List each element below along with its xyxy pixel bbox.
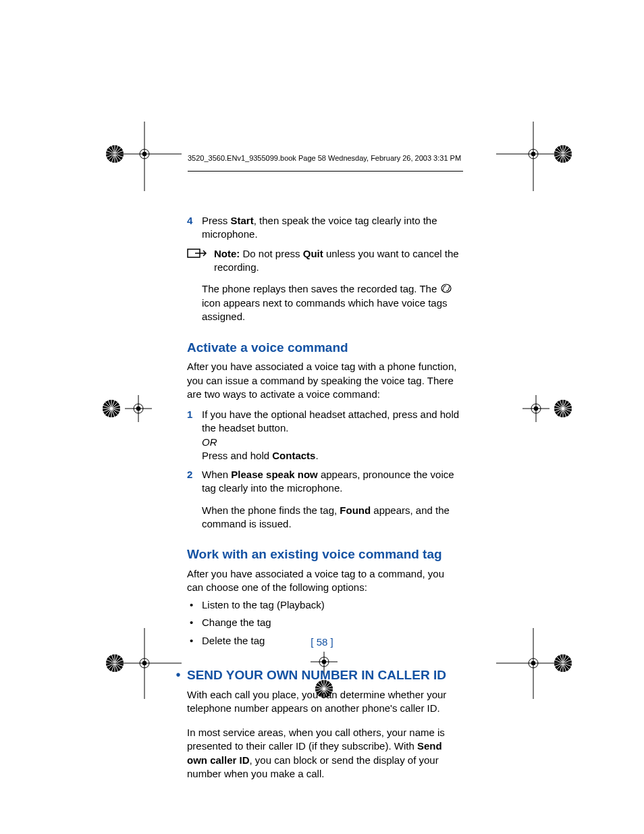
step-number-1: 1 [187,408,202,463]
header-rule [188,171,463,172]
bold-quit: Quit [303,248,323,259]
t: When the phone finds the tag, [202,504,340,516]
bold-contacts: Contacts [272,450,315,461]
step-4: 4 Press Start, then speak the voice tag … [187,214,462,242]
content-area: 4 Press Start, then speak the voice tag … [187,213,462,781]
bullet-2: • Change the tag [187,616,462,629]
step-1-text: If you have the optional headset attache… [202,408,462,463]
note-row: Note: Do not press Quit unless you want … [187,247,462,275]
heading-work-existing: Work with an existing voice command tag [187,546,462,563]
caller-id-para-1: With each call you place, you can determ… [187,688,462,716]
voice-tag-icon [441,283,452,296]
or-text: OR [202,436,217,448]
replay-para: The phone replays then saves the recorde… [202,282,462,324]
t: If you have the optional headset attache… [202,409,459,434]
t: Do not press [240,248,302,259]
para-work-existing: After you have associated a voice tag to… [187,567,462,595]
bullet-dot-icon: • [187,616,202,629]
note-label: Note: [214,248,240,259]
step-number-4: 4 [187,214,202,242]
step-2: 2 When Please speak now appears, pronoun… [187,468,462,531]
t: Press and hold [202,450,272,461]
note-text: Note: Do not press Quit unless you want … [214,247,462,275]
heading-caller-id-text: SEND YOUR OWN NUMBER IN CALLER ID [187,667,446,684]
step-4-text: Press Start, then speak the voice tag cl… [202,214,462,242]
t: . [315,450,318,461]
bullet-1: • Listen to the tag (Playback) [187,598,462,612]
bullet-1-text: Listen to the tag (Playback) [202,598,325,612]
bold-found: Found [340,504,371,516]
step-2-text: When Please speak now appears, pronounce… [202,468,462,531]
bullet-dot-icon: • [187,598,202,612]
bold-speak-now: Please speak now [231,469,317,480]
header-filename: 3520_3560.ENv1_9355099.book Page 58 Wedn… [188,154,525,162]
t: icon appears next to commands which have… [202,297,448,322]
t: When [202,469,231,480]
bullet-2-text: Change the tag [202,616,271,629]
step-number-2: 2 [187,468,202,531]
page-number: [ 58 ] [0,636,644,648]
crop-marks-middle-left [98,392,165,425]
t: The phone replays then saves the recorde… [202,283,439,294]
t: In most service areas, when you call oth… [187,727,445,752]
step-1: 1 If you have the optional headset attac… [187,408,462,463]
note-icon [187,247,214,261]
crop-marks-middle-right [509,392,576,425]
heading-caller-id: • SEND YOUR OWN NUMBER IN CALLER ID [172,667,462,684]
para-activate: After you have associated a voice tag wi… [187,360,462,401]
bullet-dot-icon: • [172,668,187,681]
page: { "header": "3520_3560.ENv1_9355099.book… [0,0,644,834]
heading-activate: Activate a voice command [187,339,462,357]
bold-start: Start [231,215,254,226]
caller-id-para-2: In most service areas, when you call oth… [187,726,462,781]
t: Press [202,215,231,226]
crop-marks-top-left [101,122,189,192]
